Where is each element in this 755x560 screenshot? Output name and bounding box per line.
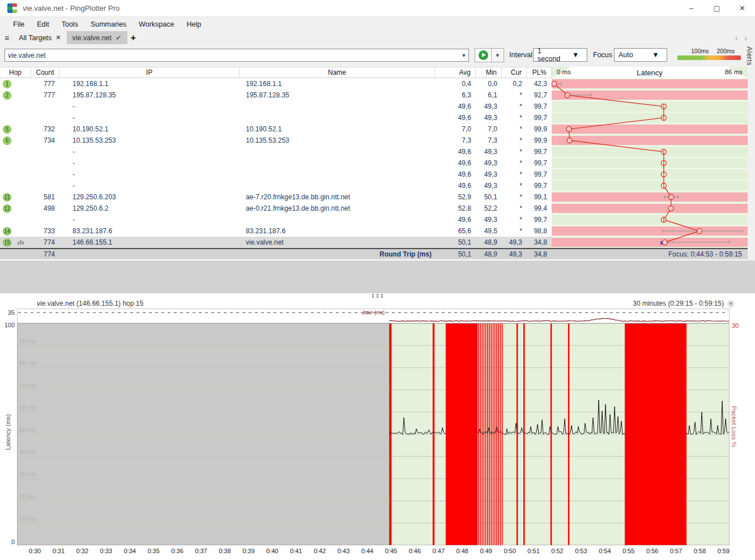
cell-avg: 49,6 bbox=[435, 170, 476, 178]
interval-dropdown-icon: ▼ bbox=[560, 51, 587, 59]
tab-close-icon[interactable]: ✕ bbox=[56, 34, 61, 41]
cell-min: 7,3 bbox=[476, 136, 502, 144]
cell-pl: 99,7 bbox=[527, 148, 552, 156]
cell-ip: - bbox=[59, 102, 240, 110]
window-title: vie.valve.net - PingPlotter Pro bbox=[23, 4, 120, 12]
cell-name: 10.190.52.1 bbox=[240, 125, 435, 133]
cell-min: 49,3 bbox=[476, 216, 502, 224]
focus-dropdown-icon: ▼ bbox=[641, 51, 667, 59]
cell-pl: 99,1 bbox=[527, 193, 552, 201]
hop-number-badge: 12 bbox=[3, 204, 11, 213]
cell-avg: 7,0 bbox=[435, 125, 476, 133]
hop-number-badge: 6 bbox=[3, 136, 11, 145]
cell-name: 192.168.1.1 bbox=[240, 80, 435, 88]
start-options-dropdown[interactable]: ▼ bbox=[492, 48, 504, 62]
menu-item-file[interactable]: File bbox=[7, 18, 31, 31]
cell-cur: * bbox=[502, 159, 527, 167]
col-latency[interactable]: 0 ms Latency 86 ms bbox=[552, 67, 748, 78]
scale-200ms-label: 200ms bbox=[717, 48, 735, 54]
cell-cur: * bbox=[502, 193, 527, 201]
graph-time-range[interactable]: 30 minutes (0:29:15 - 0:59:15) bbox=[633, 300, 724, 307]
cell-avg: 49,6 bbox=[435, 148, 476, 156]
col-count[interactable]: Count bbox=[31, 67, 59, 78]
tab-scroll-right-icon[interactable]: › bbox=[744, 33, 747, 42]
menu-item-help[interactable]: Help bbox=[180, 18, 207, 31]
cell-pl: 99,7 bbox=[527, 159, 552, 167]
round-trip-cur: 49,3 bbox=[502, 250, 527, 258]
cell-count: 774 bbox=[31, 238, 59, 246]
menu-item-edit[interactable]: Edit bbox=[31, 18, 56, 31]
col-name[interactable]: Name bbox=[240, 67, 435, 78]
cell-cur: * bbox=[502, 136, 527, 144]
cell-ip: 192.168.1.1 bbox=[59, 80, 240, 88]
jitter-chart: Jitter (ms) bbox=[17, 309, 730, 323]
cell-avg: 52,8 bbox=[435, 204, 476, 212]
col-ip[interactable]: IP bbox=[59, 67, 240, 78]
cell-cur: * bbox=[502, 170, 527, 178]
start-trace-button[interactable] bbox=[475, 48, 492, 62]
target-combobox[interactable]: ▼ bbox=[5, 49, 469, 62]
latency-timeline-chart[interactable]: 90 ms80 ms70 ms60 ms50 ms40 ms30 ms20 ms… bbox=[17, 323, 730, 545]
new-tab-button[interactable]: + bbox=[131, 33, 136, 43]
cell-ip: - bbox=[59, 216, 240, 224]
col-cur[interactable]: Cur bbox=[502, 67, 527, 78]
maximize-button[interactable]: ▢ bbox=[704, 0, 730, 17]
target-dropdown-icon[interactable]: ▼ bbox=[459, 53, 468, 58]
minimize-button[interactable]: – bbox=[679, 0, 704, 17]
cell-ip: 10.135.53.253 bbox=[59, 136, 240, 144]
latency-axis-title: Latency (ms) bbox=[5, 409, 11, 455]
graph-title: vie.valve.net (146.66.155.1) hop 15 bbox=[37, 300, 143, 307]
panel-splitter[interactable] bbox=[0, 293, 755, 298]
cell-ip: - bbox=[59, 170, 240, 178]
alerts-side-tab[interactable]: Alerts bbox=[745, 46, 753, 66]
interval-select[interactable]: 1 second ▼ bbox=[533, 48, 587, 62]
menu-hamburger-icon[interactable]: ≡ bbox=[5, 33, 9, 42]
svg-text:20 ms: 20 ms bbox=[19, 493, 36, 500]
cell-avg: 7,3 bbox=[435, 136, 476, 144]
cell-avg: 49,6 bbox=[435, 159, 476, 167]
packet-loss-axis-title: Packet Loss % bbox=[731, 406, 737, 447]
col-min[interactable]: Min bbox=[476, 67, 502, 78]
cell-pl: 99,7 bbox=[527, 102, 552, 110]
cell-name: ae-7.r20.frnkge13.de.bb.gin.ntt.net bbox=[240, 193, 435, 201]
cell-min: 6,1 bbox=[476, 91, 502, 99]
time-tick-label: 0:48 bbox=[457, 548, 468, 554]
cell-count: 733 bbox=[31, 227, 59, 235]
close-button[interactable]: ✕ bbox=[730, 0, 755, 17]
menu-item-workspace[interactable]: Workspace bbox=[133, 18, 180, 31]
time-tick-label: 0:31 bbox=[53, 548, 65, 554]
cell-name: 195.87.128.35 bbox=[240, 91, 435, 99]
svg-text:x: x bbox=[660, 240, 663, 246]
menu-item-summaries[interactable]: Summaries bbox=[84, 18, 133, 31]
cell-ip: - bbox=[59, 159, 240, 167]
cell-count: 734 bbox=[31, 136, 59, 144]
hop-latency-chart[interactable]: xx bbox=[552, 78, 748, 248]
col-hop[interactable]: Hop bbox=[0, 67, 31, 78]
col-pl[interactable]: PL% bbox=[527, 67, 552, 78]
menu-item-tools[interactable]: Tools bbox=[56, 18, 84, 31]
cell-avg: 52,9 bbox=[435, 193, 476, 201]
cell-cur: 49,3 bbox=[502, 238, 527, 246]
cell-ip: 146.66.155.1 bbox=[59, 238, 240, 246]
time-tick-label: 0:51 bbox=[527, 548, 539, 554]
focus-select[interactable]: Auto ▼ bbox=[614, 48, 667, 62]
cell-pl: 92,7 bbox=[527, 91, 552, 99]
round-trip-row: 774 Round Trip (ms) 50,1 48,9 49,3 34,8 … bbox=[0, 248, 755, 259]
time-tick-label: 0:58 bbox=[694, 548, 706, 554]
target-input[interactable] bbox=[5, 52, 459, 59]
tab-vie-valve-net[interactable]: vie.valve.net ✔ bbox=[67, 31, 127, 44]
chevron-down-icon[interactable]: ▼ bbox=[727, 300, 735, 307]
tab-all-targets[interactable]: All Targets ✕ bbox=[13, 31, 66, 44]
cell-avg: 50,1 bbox=[435, 238, 476, 246]
cell-avg: 65,6 bbox=[435, 227, 476, 235]
latency-axis-max-label: 86 ms bbox=[725, 69, 743, 75]
tab-scroll-left-icon[interactable]: ‹ bbox=[735, 33, 738, 42]
cell-cur: 0,2 bbox=[502, 80, 527, 88]
latency-axis-bottom-label: 0 bbox=[0, 538, 15, 545]
col-avg[interactable]: Avg bbox=[435, 67, 476, 78]
time-tick-label: 0:53 bbox=[575, 548, 587, 554]
cell-name: ae-0.r21.frnkge13.de.bb.gin.ntt.net bbox=[240, 204, 435, 212]
svg-text:40 ms: 40 ms bbox=[19, 448, 36, 455]
cell-ip: 10.190.52.1 bbox=[59, 125, 240, 133]
packet-loss-axis-top-label: 30 bbox=[732, 322, 739, 329]
